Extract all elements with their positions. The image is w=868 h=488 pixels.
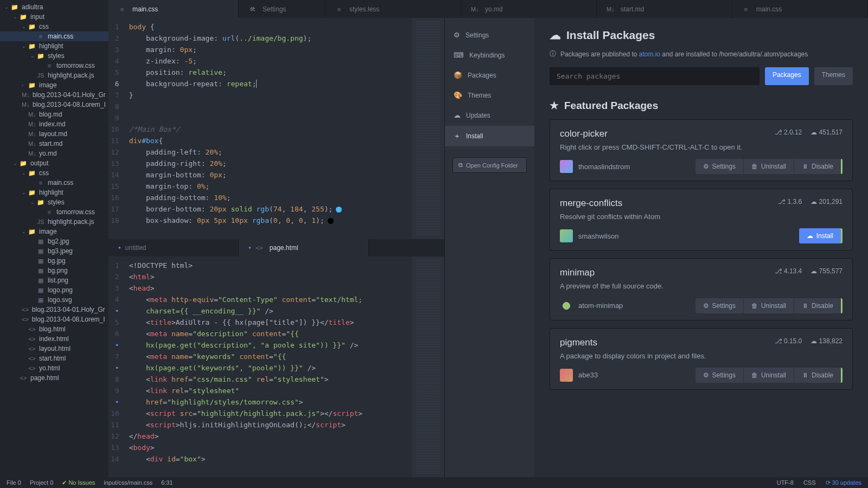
tree-file[interactable]: <>layout.html — [0, 344, 108, 354]
tab[interactable]: M↓start.md — [597, 0, 732, 18]
status-issues[interactable]: ✔ No Issues — [62, 479, 95, 486]
package-author[interactable]: atom-minimap — [560, 299, 623, 312]
tab[interactable]: <>page.html — [239, 239, 369, 256]
editor-page-html[interactable]: 1234•56•7•89•1011121314 <!DOCTYPE html> … — [108, 256, 444, 478]
tree-file[interactable]: <>blog.html — [0, 324, 108, 334]
code-content[interactable]: body { background-image: url(../image/bg… — [125, 18, 412, 239]
tree-file[interactable]: <>index.html — [0, 334, 108, 344]
settings-button[interactable]: ⚙Settings — [695, 159, 743, 174]
tree-file[interactable]: ≡tomorrow.css — [0, 207, 108, 217]
settings-nav-themes[interactable]: 🎨Themes — [445, 86, 534, 105]
tree-file[interactable]: ▦bg.png — [0, 266, 108, 275]
tree-folder[interactable]: ⌄📁css — [0, 22, 108, 31]
tab-label: main.css — [132, 5, 158, 13]
tree-folder[interactable]: ⌄📁highlight — [0, 188, 108, 197]
settings-button[interactable]: ⚙Settings — [695, 298, 743, 313]
tree-file[interactable]: <>yo.html — [0, 363, 108, 373]
tab[interactable]: 🛠Settings — [239, 0, 326, 18]
tree-folder[interactable]: ⌄📁styles — [0, 197, 108, 207]
tree-file[interactable]: ≡tomorrow.css — [0, 61, 108, 70]
package-card: merge-conflicts⎇ 1.3.6☁ 201,291Resolve g… — [550, 189, 853, 251]
tree-file[interactable]: ▦logo.svg — [0, 295, 108, 305]
package-description: Resolve git conflicts within Atom — [560, 212, 843, 222]
settings-button[interactable]: ⚙Settings — [695, 368, 743, 383]
package-author[interactable]: smashwilson — [560, 229, 618, 242]
tree-file[interactable]: <>start.html — [0, 354, 108, 363]
tree-file[interactable]: ≡main.css — [0, 178, 108, 188]
tree-file[interactable]: ▦bg3.jpeg — [0, 246, 108, 256]
file-type-icon: M↓ — [607, 6, 614, 12]
install-button[interactable]: ☁Install — [799, 228, 843, 243]
disable-button[interactable]: ⏸Disable — [794, 298, 843, 313]
tree-file[interactable]: <>blog.2013-04-08.Lorem_I — [0, 314, 108, 324]
tree-folder[interactable]: ⌄📁input — [0, 12, 108, 22]
tree-file[interactable]: M↓blog.2013-04-08.Lorem_I — [0, 100, 108, 110]
status-encoding[interactable]: UTF-8 — [777, 479, 794, 486]
tree-folder[interactable]: ⌄📁output — [0, 158, 108, 168]
nav-label: Keybindings — [469, 52, 505, 59]
filter-themes-button[interactable]: Themes — [814, 67, 853, 85]
settings-nav-packages[interactable]: 📦Packages — [445, 66, 534, 85]
tree-file[interactable]: ▦list.png — [0, 275, 108, 285]
tree-folder[interactable]: ⌄📁highlight — [0, 41, 108, 51]
search-packages-input[interactable] — [550, 67, 760, 85]
tree-folder[interactable]: ⌄📁css — [0, 168, 108, 178]
minimap[interactable] — [412, 18, 444, 239]
status-language[interactable]: CSS — [803, 479, 816, 486]
tab-label: page.html — [270, 244, 298, 252]
settings-nav-updates[interactable]: ☁Updates — [445, 106, 534, 125]
tree-file[interactable]: JShighlight.pack.js — [0, 70, 108, 80]
uninstall-button[interactable]: 🗑Uninstall — [744, 159, 794, 174]
tree-file[interactable]: M↓yo.md — [0, 149, 108, 158]
uninstall-button[interactable]: 🗑Uninstall — [744, 298, 794, 313]
tree-file[interactable]: M↓index.md — [0, 119, 108, 129]
package-author[interactable]: thomaslindstrom — [560, 160, 630, 173]
filter-packages-button[interactable]: Packages — [765, 67, 809, 85]
status-file[interactable]: File 0 — [7, 479, 21, 486]
status-cursor-position[interactable]: 6:31 — [161, 479, 173, 486]
atom-io-link[interactable]: atom.io — [639, 50, 660, 58]
package-author[interactable]: abe33 — [560, 369, 598, 382]
tree-file[interactable]: ▦bg.jpg — [0, 256, 108, 266]
tree-file[interactable]: ▦logo.png — [0, 285, 108, 295]
tree-file[interactable]: M↓start.md — [0, 139, 108, 149]
disable-button[interactable]: ⏸Disable — [794, 368, 843, 383]
package-version: ⎇ 1.3.6 — [778, 198, 802, 206]
tab[interactable]: ≡main.css — [108, 0, 239, 18]
editor-main-css[interactable]: 123456789101112131415161718 body { backg… — [108, 18, 444, 239]
tab[interactable]: ≡main.css — [732, 0, 868, 18]
tree-file[interactable]: M↓blog.2013-04-01.Holy_Gr — [0, 90, 108, 100]
file-tree[interactable]: ⌄📁adiultra⌄📁input⌄📁css≡main.css⌄📁highlig… — [0, 0, 108, 477]
tree-file[interactable]: JShighlight.pack.js — [0, 217, 108, 227]
tree-file[interactable]: M↓layout.md — [0, 129, 108, 139]
open-config-button[interactable]: ⧉Open Config Folder — [452, 157, 527, 173]
tree-folder[interactable]: ⌄📁adiultra — [0, 2, 108, 12]
settings-nav-keybindings[interactable]: ⌨Keybindings — [445, 46, 534, 65]
disable-button[interactable]: ⏸Disable — [794, 159, 843, 174]
tree-file[interactable]: M↓blog.md — [0, 110, 108, 119]
minimap[interactable] — [412, 256, 444, 478]
tree-file[interactable]: <>page.html — [0, 373, 108, 383]
code-content[interactable]: <!DOCTYPE html> <html> <head> <meta http… — [125, 256, 412, 478]
tab[interactable]: ≡styles.less — [326, 0, 461, 18]
nav-label: Updates — [466, 112, 490, 119]
tree-file[interactable]: <>blog.2013-04-01.Holy_Gr — [0, 305, 108, 314]
tree-folder[interactable]: ⌄📁styles — [0, 51, 108, 61]
status-project[interactable]: Project 0 — [30, 479, 53, 486]
folder-icon: 📁 — [28, 43, 36, 50]
tree-item-label: highlight.pack.js — [48, 218, 94, 226]
settings-nav-settings[interactable]: ⚙Settings — [445, 25, 534, 44]
tab[interactable]: M↓yo.md — [461, 0, 597, 18]
tree-folder[interactable]: ›📁image — [0, 80, 108, 90]
tab[interactable]: untitled — [108, 239, 239, 256]
nav-label: Settings — [465, 31, 489, 39]
status-path[interactable]: input/css/main.css — [104, 479, 152, 486]
tree-file[interactable]: ≡main.css — [0, 31, 108, 41]
status-updates[interactable]: ⟳ 30 updates — [826, 479, 862, 486]
uninstall-button[interactable]: 🗑Uninstall — [744, 368, 794, 383]
package-downloads: ☁ 451,517 — [810, 129, 843, 136]
settings-nav-install[interactable]: ＋Install — [445, 126, 534, 146]
tree-item-label: highlight.pack.js — [48, 72, 94, 79]
tree-file[interactable]: ▦bg2.jpg — [0, 236, 108, 246]
tree-folder[interactable]: ⌄📁image — [0, 227, 108, 236]
